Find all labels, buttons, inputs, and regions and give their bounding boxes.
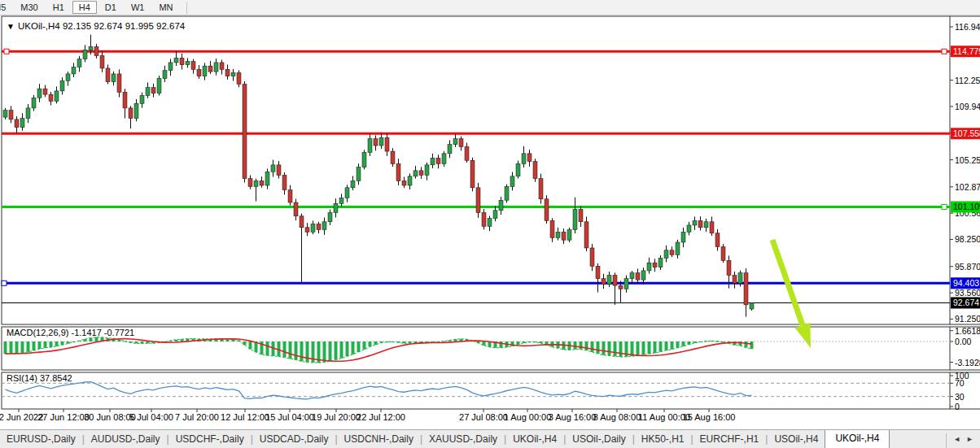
time-tick-label[interactable]: 27 Jul 08:00 [459,412,508,422]
macd-histogram-bar [637,341,640,356]
line-handle[interactable] [942,204,947,209]
macd-histogram-bar [323,341,326,363]
candle-up [26,108,30,119]
candle-up [448,145,452,154]
price-tick-label[interactable]: 109.940 [955,102,980,111]
chart-tab-usoil-daily[interactable]: USOil-,Daily [566,431,632,448]
macd-histogram-bar [84,339,87,341]
chart-tab-eurchf-h1[interactable]: EURCHF-,H1 [693,431,766,448]
candle-down [670,250,674,255]
macd-histogram-bar [329,341,332,361]
macd-histogram-bar [574,341,577,350]
candle-down [305,228,309,233]
candle-up [168,63,173,71]
tab-scroll-left-icon[interactable]: ◄ [953,435,960,443]
line-handle[interactable] [942,49,947,54]
candle-up [362,152,366,167]
candle-up [738,273,742,284]
time-tick-label[interactable]: 3 Aug 16:00 [549,412,597,422]
chart-tab-xauusd-daily[interactable]: XAUUSD-,Daily [422,431,504,448]
macd-histogram-bar [300,341,304,361]
candle-down [123,92,127,108]
candle-up [163,71,167,79]
price-badge-label: 114.779 [953,46,980,56]
timeframe-button-d1[interactable]: D1 [98,1,123,14]
line-handle[interactable] [2,281,7,285]
candle-down [698,220,702,227]
time-tick-label[interactable]: 22 Jul 12:00 [357,412,405,422]
price-tick-label[interactable]: 105.250 [955,155,980,165]
candle-down [721,247,725,261]
price-tick-label[interactable]: 112.250 [955,76,980,85]
candle-down [180,58,184,64]
candle-up [140,95,144,103]
price-tick-label[interactable]: 91.250 [955,314,980,324]
candle-up [750,302,754,309]
macd-histogram-bar [266,341,269,355]
time-tick-label[interactable]: 1 Aug 00:00 [504,412,552,422]
time-tick-label[interactable]: 15 Jul 04:00 [265,412,314,422]
chart-tab-usdcad-daily[interactable]: USDCAD-,Daily [253,431,335,448]
candle-down [129,108,133,119]
price-tick-label[interactable]: 95.870 [955,262,980,272]
tab-scroll-right-icon[interactable]: ► [966,435,973,443]
time-tick-label[interactable]: 7 Jul 20:00 [175,412,219,422]
chart-tab-eurusd-daily[interactable]: EURUSD-,Daily [0,431,82,448]
candle-down [49,94,53,101]
line-handle[interactable] [4,49,9,54]
candle-up [334,203,338,212]
macd-tick-label: 0.00 [955,337,972,346]
chart-tab-usoil-h4[interactable]: USOil-,H4 [768,431,825,448]
macd-histogram-bar [517,341,520,345]
candle-down [465,146,469,160]
price-tick-label[interactable]: 93.560 [955,288,980,298]
timeframe-button-m30[interactable]: M30 [14,1,44,14]
candle-down [9,111,13,120]
candle-down [710,222,714,233]
candle-down [374,139,378,146]
candle-up [134,103,138,118]
timeframe-button-mn[interactable]: MN [152,1,179,14]
candle-down [545,199,549,221]
chart-tab-ukoil-h4[interactable]: UKOil-,H4 [506,431,563,448]
candle-down [248,179,252,187]
timeframe-button-m5[interactable]: M5 [0,1,12,14]
macd-histogram-bar [363,341,366,350]
time-tick-label[interactable]: 12 Jul 12:00 [221,412,269,422]
price-tick-label[interactable]: 102.870 [955,182,980,192]
macd-histogram-bar [671,341,674,350]
time-tick-label[interactable]: 27 Jun 12:00 [37,412,90,422]
candle-down [94,46,98,55]
macd-histogram-bar [243,341,247,345]
time-tick-label[interactable]: 19 Jul 20:00 [312,412,361,422]
time-tick-label[interactable]: 8 Aug 08:00 [593,412,641,422]
candle-down [727,260,731,275]
timeframe-button-h1[interactable]: H1 [46,1,71,14]
price-tick-label[interactable]: 116.940 [955,22,980,32]
symbol-dropdown-icon[interactable]: ▼ [7,22,15,31]
candle-up [271,165,275,172]
macd-histogram-bar [295,341,298,360]
timeframe-button-h4[interactable]: H4 [72,1,97,14]
timeframe-button-w1[interactable]: W1 [125,1,151,14]
candle-down [579,209,583,221]
macd-histogram-bar [55,341,59,346]
candle-down [237,73,241,85]
candle-up [442,154,446,164]
chart-tab-hk50-h1[interactable]: HK50-,H1 [635,431,691,448]
price-tick-label[interactable]: 98.250 [955,234,980,244]
chart-tab-ukoil-h4[interactable]: UKOil-,H4 [825,429,890,448]
chart-tab-usdcnh-daily[interactable]: USDCNH-,Daily [338,431,420,448]
candle-down [562,232,566,240]
time-tick-label[interactable]: 5 Jul 04:00 [129,412,173,422]
candle-down [106,68,110,82]
macd-histogram-bar [306,341,309,363]
time-tick-label[interactable]: 15 Aug 16:00 [683,412,736,422]
candle-up [254,181,258,186]
time-tick-label[interactable]: 30 Jun 08:00 [84,412,136,422]
candle-down [282,175,287,189]
price-badge-label: 94.403 [953,278,979,288]
chart-tab-audusd-daily[interactable]: AUDUSD-,Daily [85,431,167,448]
candle-up [499,200,503,211]
chart-tab-usdchf-daily[interactable]: USDCHF-,Daily [169,431,251,448]
